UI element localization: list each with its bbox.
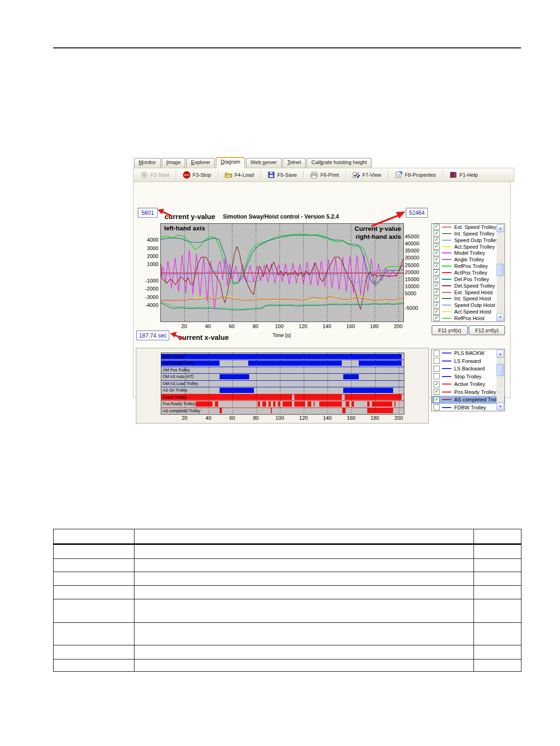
signal-row-label: AS completed Trolley — [163, 408, 200, 413]
f7-view-button[interactable]: F7-View — [349, 170, 385, 180]
legend-item-act-speed-trolley[interactable]: ✓Act.Speed Trolley — [432, 243, 505, 250]
checked-checkbox[interactable]: ✓ — [434, 250, 440, 256]
scroll-up-button[interactable]: ▲ — [497, 350, 504, 358]
f4-load-button[interactable]: F4-Load — [221, 170, 257, 180]
legend-item-label: LS Backward — [454, 366, 485, 371]
f11-y-fx-button[interactable]: F11 y=f(x) — [432, 325, 468, 335]
legend-item-active-trolley[interactable]: ✓Active Trolley — [432, 380, 505, 388]
legend-color-swatch — [442, 407, 451, 408]
checked-checkbox[interactable]: ✓ — [434, 263, 440, 269]
right-axis-tick-label: 5000 — [405, 291, 426, 297]
load-icon — [225, 171, 232, 179]
scroll-up-button[interactable]: ▲ — [497, 224, 504, 232]
tab-diagram[interactable]: Diagram — [216, 157, 245, 168]
legend-item-act-speed-hoist[interactable]: ✓Act.Speed Hoist — [432, 308, 505, 315]
f5-save-button[interactable]: F5-Save — [264, 170, 300, 180]
tab-explorer[interactable]: Explorer — [186, 158, 215, 168]
checked-checkbox[interactable]: ✓ — [434, 309, 440, 315]
f8-properties-button[interactable]: F8-Properties — [392, 170, 440, 180]
current-y-right-readout: 52464 — [406, 208, 428, 218]
legend-item-label: Ext. Speed Hoist — [454, 290, 493, 295]
checked-checkbox[interactable]: ✓ — [434, 276, 440, 282]
legend-item-as-completed-trolley[interactable]: ✓AS completed Trolley — [432, 396, 505, 404]
x-axis-tick-label: 80 — [247, 323, 263, 329]
lower-legend-scrollbar[interactable]: ▲ ▼ — [497, 350, 504, 410]
legend-color-swatch — [442, 292, 451, 293]
upper-legend-scrollbar[interactable]: ▲ ▼ — [497, 224, 504, 321]
unchecked-checkbox[interactable] — [434, 358, 440, 364]
checked-checkbox[interactable]: ✓ — [434, 296, 440, 302]
legend-item-int-speed-hoist[interactable]: ✓Int. Speed Hoist — [432, 295, 505, 302]
f12-x-fy-button[interactable]: F12 x=f(y) — [469, 325, 505, 335]
tab-calibrate-hoisting-height[interactable]: Calibrate hoisting height — [307, 158, 371, 168]
unchecked-checkbox[interactable] — [434, 373, 440, 379]
checked-checkbox[interactable]: ✓ — [434, 283, 440, 289]
table-cell — [54, 645, 134, 660]
f1-help-button[interactable]: F1-Help — [446, 170, 481, 180]
legend-item-pos-ready-trolley[interactable]: ✓Pos.Ready Trolley — [432, 388, 505, 396]
scroll-down-button[interactable]: ▼ — [497, 313, 504, 321]
unchecked-checkbox[interactable] — [434, 404, 440, 410]
legend-item-stop-trolley[interactable]: Stop Trolley — [432, 373, 505, 381]
f6-print-button[interactable]: F6-Print — [307, 170, 342, 180]
checked-checkbox[interactable]: ✓ — [434, 289, 440, 295]
tab-web-server[interactable]: Web server — [246, 158, 282, 168]
toolbar-separator — [218, 170, 218, 180]
checked-checkbox[interactable]: ✓ — [434, 243, 440, 250]
table-cell — [134, 572, 474, 586]
legend-item-angle-trolley[interactable]: ✓Angle Trolley — [432, 256, 505, 263]
legend-item-refpos-trolley[interactable]: ✓RefPos Trolley — [432, 263, 505, 269]
x-axis-tick-label: 80 — [248, 415, 264, 421]
main-chart-plot[interactable]: left-hand axis Current y-value right-han… — [160, 223, 404, 322]
legend-item-int-speed-trolley[interactable]: ✓Int. Speed Trolley — [432, 230, 505, 237]
right-axis-tick-label: 25000 — [405, 262, 426, 268]
table-cell — [134, 559, 474, 572]
legend-item-speed-outp-hoist[interactable]: ✓Speed Outp Hoist — [432, 302, 505, 308]
legend-item-model-trolley[interactable]: ✓Model Trolley — [432, 250, 505, 256]
save-icon — [268, 171, 275, 179]
checked-checkbox[interactable]: ✓ — [434, 389, 440, 395]
scroll-down-button[interactable]: ▼ — [497, 402, 504, 410]
checked-checkbox[interactable]: ✓ — [434, 381, 440, 387]
legend-item-ls-backward[interactable]: LS Backward — [432, 365, 505, 373]
checked-checkbox[interactable]: ✓ — [434, 257, 440, 263]
legend-item-ext-speed-hoist[interactable]: ✓Ext. Speed Hoist — [432, 289, 505, 296]
right-axis-tick-label: 40000 — [405, 241, 426, 247]
legend-item-pls-backw[interactable]: PLS BACKW — [432, 349, 505, 357]
unchecked-checkbox[interactable] — [434, 350, 440, 356]
x-axis-tick-label: 60 — [224, 415, 240, 421]
svg-text:STOP: STOP — [184, 174, 189, 176]
table-cell — [474, 623, 521, 645]
legend-item-label: Del.Pos Trolley — [454, 276, 489, 282]
checked-checkbox[interactable]: ✓ — [434, 397, 440, 403]
legend-item-del-pos-trolley[interactable]: ✓Del.Pos Trolley — [432, 276, 505, 283]
table-cell — [134, 660, 474, 672]
table-cell — [134, 544, 474, 559]
f2-start-button[interactable]: F2-Start — [137, 170, 173, 180]
legend-item-speed-outp-trolley[interactable]: ✓Speed Outp Trolley — [432, 237, 505, 243]
checked-checkbox[interactable]: ✓ — [434, 269, 440, 275]
toolbar-button-label: F7-View — [363, 172, 381, 178]
signal-chart-plot[interactable]: Drive TrolleyOM Speed TrolleyOM Pos Trol… — [161, 353, 404, 415]
legend-color-swatch — [442, 353, 451, 353]
legend-item-actpos-trolley[interactable]: ✓ActPos Trolley — [432, 269, 505, 276]
f3-stop-button[interactable]: STOPF3-Stop — [180, 170, 214, 180]
left-axis-tick-label: -4000 — [139, 302, 158, 308]
scrollbar-thumb[interactable] — [497, 264, 504, 276]
tab-telnet[interactable]: Telnet — [283, 158, 306, 168]
legend-item-del-speed-trolley[interactable]: ✓Del.Speed Trolley — [432, 283, 505, 289]
tab-image[interactable]: Image — [162, 158, 186, 168]
checked-checkbox[interactable]: ✓ — [434, 302, 440, 308]
checked-checkbox[interactable]: ✓ — [434, 315, 440, 321]
legend-item-fdbw-trolley[interactable]: FDBW Trolley — [432, 404, 505, 412]
unchecked-checkbox[interactable] — [434, 366, 440, 372]
right-axis-tick-label: -5000 — [405, 305, 426, 311]
checked-checkbox[interactable]: ✓ — [434, 230, 440, 236]
checked-checkbox[interactable]: ✓ — [434, 224, 440, 230]
checked-checkbox[interactable]: ✓ — [434, 237, 440, 243]
legend-item-refpos-hoist[interactable]: ✓RefPos Hoist — [432, 315, 505, 322]
scrollbar-thumb[interactable] — [497, 364, 504, 376]
legend-item-ext-speed-trolley[interactable]: ✓Ext. Speed Trolley — [432, 224, 505, 230]
tab-monitor[interactable]: Monitor — [134, 158, 161, 168]
legend-item-ls-forward[interactable]: LS Forward — [432, 357, 505, 365]
